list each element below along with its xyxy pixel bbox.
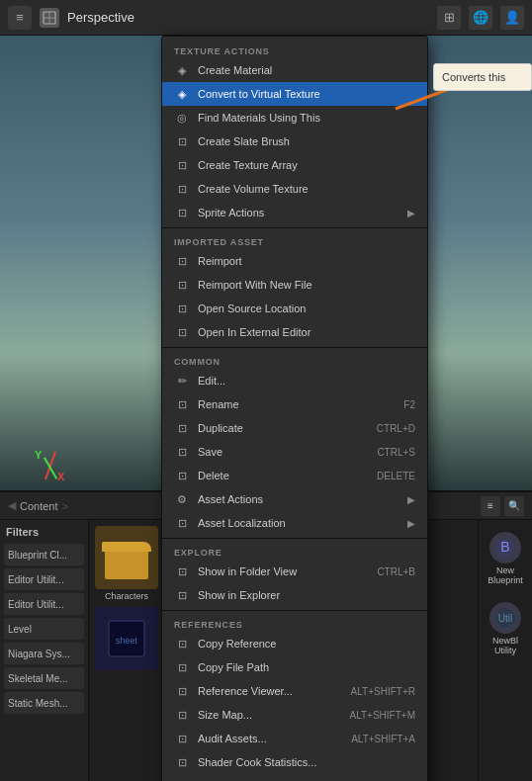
x-label: X bbox=[57, 471, 64, 482]
save-label: Save bbox=[198, 446, 369, 458]
menu-save[interactable]: ⊡ Save CTRL+S bbox=[162, 440, 427, 464]
globe-button[interactable]: 🌐 bbox=[469, 6, 492, 30]
audit-assets-shortcut: ALT+SHIFT+A bbox=[351, 734, 415, 744]
size-map-shortcut: ALT+SHIFT+M bbox=[350, 710, 416, 721]
filter-static-mesh[interactable]: Static Mesh... bbox=[4, 692, 84, 714]
menu-shader-cook[interactable]: ⊡ Shader Cook Statistics... bbox=[162, 750, 427, 774]
save-shortcut: CTRL+S bbox=[377, 447, 415, 458]
divider-2 bbox=[162, 347, 427, 348]
find-materials-icon: ◎ bbox=[174, 110, 190, 126]
menu-convert-virtual[interactable]: ◈ Convert to Virtual Texture bbox=[162, 82, 427, 106]
viewport-title: Perspective bbox=[67, 10, 134, 25]
divider-1 bbox=[162, 227, 427, 228]
section-imported-asset: IMPORTED ASSET bbox=[162, 231, 427, 249]
menu-open-external[interactable]: ⊡ Open In External Editor bbox=[162, 320, 427, 344]
reimport-new-label: Reimport With New File bbox=[198, 279, 415, 291]
menu-duplicate[interactable]: ⊡ Duplicate CTRL+D bbox=[162, 416, 427, 440]
characters-label: Characters bbox=[105, 591, 148, 601]
filter-editor-util-1[interactable]: Editor Utilit... bbox=[4, 568, 84, 590]
reference-viewer-shortcut: ALT+SHIFT+R bbox=[351, 686, 415, 697]
copy-reference-icon: ⊡ bbox=[174, 636, 190, 651]
show-folder-icon: ⊡ bbox=[174, 564, 190, 579]
asset-localization-arrow: ▶ bbox=[407, 518, 415, 529]
hamburger-menu-button[interactable]: ≡ bbox=[8, 6, 32, 30]
copy-file-path-icon: ⊡ bbox=[174, 659, 190, 675]
menu-audit-assets[interactable]: ⊡ Audit Assets... ALT+SHIFT+A bbox=[162, 727, 427, 750]
tooltip-box: Converts this bbox=[433, 63, 532, 91]
asset-actions-label: Asset Actions bbox=[198, 493, 399, 505]
delete-icon: ⊡ bbox=[174, 468, 190, 483]
menu-reference-viewer[interactable]: ⊡ Reference Viewer... ALT+SHIFT+R bbox=[162, 679, 427, 703]
menu-sprite-actions[interactable]: ⊡ Sprite Actions ▶ bbox=[162, 201, 427, 224]
asset-actions-arrow: ▶ bbox=[407, 494, 415, 505]
create-volume-icon: ⊡ bbox=[174, 181, 190, 197]
size-map-icon: ⊡ bbox=[174, 707, 190, 723]
find-materials-label: Find Materials Using This bbox=[198, 112, 415, 124]
characters-thumbnail bbox=[95, 526, 158, 589]
menu-reimport[interactable]: ⊡ Reimport bbox=[162, 249, 427, 273]
header-bar: ≡ Perspective ⊞ 🌐 👤 bbox=[0, 0, 532, 36]
breadcrumb-content[interactable]: Content bbox=[20, 500, 58, 512]
rename-icon: ⊡ bbox=[174, 396, 190, 412]
reimport-new-icon: ⊡ bbox=[174, 277, 190, 293]
menu-create-slate[interactable]: ⊡ Create Slate Brush bbox=[162, 130, 427, 153]
menu-asset-actions[interactable]: ⚙ Asset Actions ▶ bbox=[162, 487, 427, 511]
right-panel: B New Blueprint Util NewBl Utility bbox=[478, 520, 532, 781]
section-common: COMMON bbox=[162, 351, 427, 369]
asset-blueprint-2[interactable]: sheet bbox=[95, 607, 158, 672]
new-blueprint-label: New Blueprint bbox=[486, 566, 525, 586]
create-material-icon: ◈ bbox=[174, 62, 190, 78]
menu-open-texture2d[interactable]: ⊡ Open Texture2D.h bbox=[162, 774, 427, 781]
menu-copy-file-path[interactable]: ⊡ Copy File Path bbox=[162, 655, 427, 679]
section-texture-actions: TEXTURE ACTIONS bbox=[162, 41, 427, 58]
show-folder-label: Show in Folder View bbox=[198, 565, 369, 577]
filter-niagara[interactable]: Niagara Sys... bbox=[4, 643, 84, 664]
create-slate-icon: ⊡ bbox=[174, 133, 190, 149]
menu-create-texture-array[interactable]: ⊡ Create Texture Array bbox=[162, 153, 427, 177]
show-folder-shortcut: CTRL+B bbox=[377, 566, 415, 577]
menu-delete[interactable]: ⊡ Delete DELETE bbox=[162, 464, 427, 487]
menu-show-explorer[interactable]: ⊡ Show in Explorer bbox=[162, 583, 427, 607]
menu-open-source[interactable]: ⊡ Open Source Location bbox=[162, 297, 427, 320]
context-menu: TEXTURE ACTIONS ◈ Create Material ◈ Conv… bbox=[161, 36, 428, 781]
axis-indicator: X Y bbox=[30, 431, 79, 480]
menu-create-material[interactable]: ◈ Create Material bbox=[162, 58, 427, 82]
svg-text:Util: Util bbox=[498, 613, 512, 624]
menu-find-materials[interactable]: ◎ Find Materials Using This bbox=[162, 106, 427, 130]
search-button[interactable]: 🔍 bbox=[504, 496, 524, 516]
asset-characters[interactable]: Characters bbox=[95, 526, 158, 601]
asset-localization-label: Asset Localization bbox=[198, 517, 399, 529]
breadcrumb-arrow: ◀ bbox=[8, 499, 16, 512]
menu-reimport-new[interactable]: ⊡ Reimport With New File bbox=[162, 273, 427, 297]
filter-button[interactable]: ≡ bbox=[481, 496, 500, 516]
create-slate-label: Create Slate Brush bbox=[198, 135, 415, 147]
menu-copy-reference[interactable]: ⊡ Copy Reference bbox=[162, 632, 427, 655]
maximize-button[interactable]: ⊞ bbox=[437, 6, 461, 30]
filter-blueprint-cl[interactable]: Blueprint Cl... bbox=[4, 544, 84, 565]
filter-level[interactable]: Level bbox=[4, 618, 84, 640]
divider-3 bbox=[162, 538, 427, 539]
user-button[interactable]: 👤 bbox=[500, 6, 524, 30]
show-explorer-label: Show in Explorer bbox=[198, 589, 415, 601]
tooltip-text: Converts this bbox=[442, 71, 505, 83]
create-volume-label: Create Volume Texture bbox=[198, 183, 415, 195]
reference-viewer-icon: ⊡ bbox=[174, 683, 190, 699]
audit-assets-label: Audit Assets... bbox=[198, 733, 343, 744]
asset-actions-icon: ⚙ bbox=[174, 491, 190, 507]
menu-asset-localization[interactable]: ⊡ Asset Localization ▶ bbox=[162, 511, 427, 535]
new-utility-button[interactable]: Util NewBl Utility bbox=[484, 598, 527, 660]
filter-editor-util-2[interactable]: Editor Utilit... bbox=[4, 593, 84, 615]
delete-shortcut: DELETE bbox=[377, 471, 415, 481]
section-explore: EXPLORE bbox=[162, 542, 427, 560]
menu-rename[interactable]: ⊡ Rename F2 bbox=[162, 392, 427, 416]
svg-text:B: B bbox=[500, 539, 509, 555]
menu-create-volume[interactable]: ⊡ Create Volume Texture bbox=[162, 177, 427, 201]
sprite-actions-label: Sprite Actions bbox=[198, 207, 399, 218]
new-blueprint-button[interactable]: B New Blueprint bbox=[484, 528, 527, 590]
menu-edit[interactable]: ✏ Edit... bbox=[162, 369, 427, 392]
menu-show-folder[interactable]: ⊡ Show in Folder View CTRL+B bbox=[162, 560, 427, 583]
create-texture-array-label: Create Texture Array bbox=[198, 159, 415, 171]
y-label: Y bbox=[35, 449, 42, 461]
filter-skeletal[interactable]: Skeletal Me... bbox=[4, 667, 84, 689]
menu-size-map[interactable]: ⊡ Size Map... ALT+SHIFT+M bbox=[162, 703, 427, 727]
